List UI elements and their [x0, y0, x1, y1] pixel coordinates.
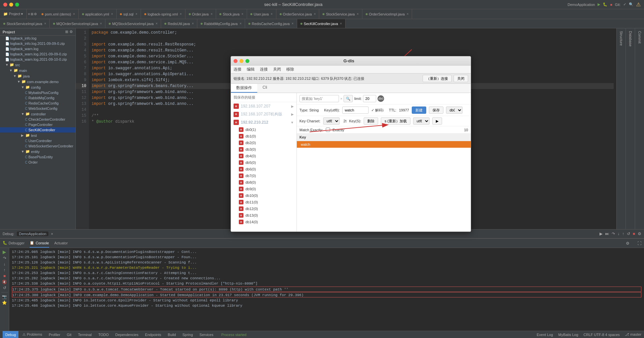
- tree-item-java[interactable]: ▼ 📁 java: [0, 73, 75, 79]
- save-btn[interactable]: 保存: [429, 107, 443, 114]
- redis-db-4[interactable]: Rdb4(0): [231, 153, 296, 159]
- close-button[interactable]: [3, 3, 7, 7]
- cli-tab[interactable]: Cli: [257, 84, 272, 93]
- console-output[interactable]: 17:24:25.085 logback [main] INFO s.d.s.w…: [9, 248, 644, 331]
- bottom-maximize-icon[interactable]: ⛶: [637, 241, 641, 246]
- tab-seckillcontroller[interactable]: SecKillController.java×: [297, 19, 346, 28]
- structure-tab[interactable]: Structure: [619, 31, 623, 46]
- redis-db-0[interactable]: Rdb0(1): [231, 126, 296, 133]
- tree-item-logback-info-zip[interactable]: 📄 logback_info.log.2021-09-09-0.zip: [0, 41, 75, 46]
- bottom-tab-console[interactable]: 📋 Console: [30, 239, 49, 248]
- debug-stepout-btn[interactable]: ↑: [4, 268, 6, 272]
- tree-item-websocket[interactable]: C WebSocketConfig: [0, 106, 75, 111]
- database-tab[interactable]: Database: [629, 31, 632, 46]
- debug-stepover-btn[interactable]: ↷: [3, 256, 6, 261]
- dialog-close-btn2[interactable]: 关闭: [454, 75, 468, 82]
- limit-input[interactable]: [363, 95, 376, 102]
- charset-select2[interactable]: utf8: [413, 117, 430, 125]
- tree-item-rabbitmq[interactable]: C RabbitMqConfig: [0, 95, 75, 101]
- tree-item-config[interactable]: ▼ 📁 config: [0, 84, 75, 90]
- tree-item-mybatis[interactable]: C MybatisPlusConfig: [0, 90, 75, 95]
- status-tab-endpoints[interactable]: Endpoints: [142, 331, 164, 338]
- dialog-menu-link[interactable]: 连接: [260, 67, 268, 72]
- status-tab-profiler[interactable]: Profiler: [46, 331, 63, 338]
- tab-project[interactable]: 📁 Project ▾: [0, 9, 27, 19]
- dialog-close-btn[interactable]: [234, 59, 238, 63]
- reload-btn[interactable]: s (重新）加载: [381, 117, 410, 125]
- debug-icon-stop[interactable]: ■: [633, 231, 635, 236]
- redis-db-1[interactable]: Rdb1(0): [231, 133, 296, 139]
- debug-mute-btn[interactable]: 🔇: [2, 280, 7, 284]
- debug-icon-restart[interactable]: ↺: [627, 231, 630, 236]
- tab-rediscacheconfig[interactable]: RedisCacheConfig.java×: [245, 19, 297, 28]
- search-btn[interactable]: 🔍: [344, 95, 353, 102]
- debug-app-name[interactable]: DemoApplication: [17, 231, 48, 236]
- tree-item-page[interactable]: C PageController: [0, 122, 75, 127]
- status-tab-services[interactable]: Services: [197, 331, 216, 338]
- redis-db-13[interactable]: Rdb13(0): [231, 212, 296, 219]
- debug-icon[interactable]: 🐛: [603, 2, 607, 7]
- status-tab-todo[interactable]: TODO: [96, 331, 111, 338]
- git-branch[interactable]: ⎇ master: [625, 332, 641, 337]
- status-tab-git[interactable]: Git: [64, 331, 74, 338]
- tab-user[interactable]: User.java×: [247, 9, 276, 19]
- redis-db-7[interactable]: Rdb7(0): [231, 172, 296, 179]
- tree-item-logback-warn-zip1[interactable]: 📄 logback_warn.log.2021-09-09-0.zip: [0, 51, 75, 57]
- debug-fav-btn[interactable]: ⭐: [2, 300, 7, 305]
- tree-item-logback-warn[interactable]: 📄 logback_warn.log: [0, 46, 75, 51]
- debug-resume-btn[interactable]: ▶: [3, 249, 6, 255]
- tree-item-entity[interactable]: ▼ 📁 entity: [0, 149, 75, 154]
- event-log-btn[interactable]: Event Log: [537, 333, 553, 337]
- settings-icon[interactable]: ⚠: [636, 1, 641, 8]
- stop-icon[interactable]: ■: [610, 3, 612, 7]
- settings-small-icon[interactable]: ⚙: [34, 12, 37, 16]
- redis-db-3[interactable]: Rdb3(0): [231, 146, 296, 153]
- delete-btn[interactable]: 删除: [364, 117, 378, 125]
- tree-item-usercontroller[interactable]: C UserController: [0, 138, 75, 143]
- tab-pom[interactable]: pom.xml (demo)×: [38, 9, 78, 19]
- new-btn[interactable]: 新建: [412, 107, 426, 114]
- redis-conn-2[interactable]: R 192.168.107.207机构版 ▶: [231, 110, 296, 118]
- status-tab-debug[interactable]: Debug: [3, 331, 18, 338]
- tab-stockserviceimpl[interactable]: StockServiceImpl.java×: [0, 19, 50, 28]
- tab-redisutil[interactable]: RedisUtil.java×: [161, 19, 197, 28]
- redis-db-11[interactable]: Rdb11(0): [231, 199, 296, 205]
- tab-sql[interactable]: sql.sql×: [117, 9, 141, 19]
- debug-icon-stepin[interactable]: ↓: [618, 231, 620, 236]
- redis-db-10[interactable]: Rdb10(0): [231, 192, 296, 199]
- tab-rabbitmqconfig[interactable]: RabbitMqConfig.java×: [197, 19, 245, 28]
- key-item-watch[interactable]: watch: [297, 141, 471, 148]
- redis-db-2[interactable]: Rdb2(0): [231, 139, 296, 146]
- tree-item-order[interactable]: C Order: [0, 160, 75, 165]
- tab-orderservice[interactable]: OrderService.java×: [276, 9, 320, 19]
- structure-icon[interactable]: ≡: [28, 12, 30, 16]
- dialog-minimize-btn[interactable]: [239, 59, 243, 63]
- search-icon[interactable]: 🔍: [629, 2, 633, 7]
- tree-item-test[interactable]: ▶ 📁 test: [0, 133, 75, 138]
- charset-select[interactable]: utf8: [323, 117, 340, 125]
- mybatis-log-btn[interactable]: MyBatis Log: [558, 333, 578, 337]
- db-select[interactable]: db0: [446, 107, 462, 114]
- match-exactly-checkbox[interactable]: [326, 128, 330, 132]
- maximize-button[interactable]: [15, 3, 19, 7]
- status-tab-deps[interactable]: Dependencies: [113, 331, 141, 338]
- tab-mqorderserviceimpl[interactable]: MQOrderServiceImpl.java×: [50, 19, 105, 28]
- tab-order[interactable]: Order.java×: [185, 9, 216, 19]
- debug-icon-resume[interactable]: ▶: [600, 231, 602, 236]
- dialog-menu-connect[interactable]: 连接: [234, 67, 241, 72]
- tree-item-com-example-demo[interactable]: ▼ 📁 com.example.demo: [0, 79, 75, 84]
- debug-stop-btn[interactable]: ■: [3, 274, 6, 278]
- sidebar-settings-icon[interactable]: ⚙: [70, 30, 73, 34]
- tab-orderserviceimpl[interactable]: OrderServiceImpl.java×: [362, 9, 412, 19]
- tab-mqstockserviceimpl[interactable]: MQStockServiceImpl.java×: [105, 19, 161, 28]
- key-utf8-input[interactable]: [342, 107, 369, 114]
- tree-item-rediscache[interactable]: C RedisCacheConfig: [0, 101, 75, 106]
- tree-item-src[interactable]: ▼ 📁 src: [0, 62, 75, 68]
- tab-logback-spring[interactable]: logback-spring.xml×: [141, 9, 185, 19]
- redis-db-5[interactable]: Rdb5(0): [231, 159, 296, 166]
- tree-item-logback-warn-zip2[interactable]: 📄 logback_warn.log.2021-09-10-0.zip: [0, 57, 75, 62]
- redis-db-6[interactable]: Rdb6(0): [231, 166, 296, 172]
- status-tab-terminal[interactable]: Terminal: [75, 331, 95, 338]
- align-icon[interactable]: ⊞: [31, 12, 33, 16]
- redis-db-14[interactable]: Rdb14(0): [231, 219, 296, 225]
